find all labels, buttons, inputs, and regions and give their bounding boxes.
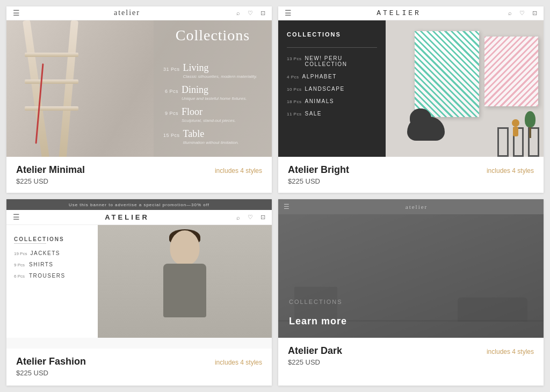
cat-figure <box>402 108 450 146</box>
cat-body <box>407 117 445 141</box>
card-atelier-minimal: ☰ atelier ⌕ ♡ ⊡ Collections 31 Pcs <box>6 6 272 193</box>
logo-bright: ATELIER <box>296 9 502 17</box>
landscape-count: 10 Pcs <box>287 87 301 92</box>
collection-trousers[interactable]: 6 Pcs TROUSERS <box>14 273 90 279</box>
preview-minimal: Collections 31 Pcs Living Classic silhou… <box>6 20 272 157</box>
ladder-rail-right <box>59 20 78 157</box>
frame-1 <box>497 127 509 157</box>
collection-animals[interactable]: 18 Pcs ANIMALS <box>287 98 377 104</box>
art-print-pink <box>484 37 538 106</box>
shirts-count: 9 Pcs <box>14 263 26 267</box>
divider-fashion <box>14 243 46 244</box>
art-display-bright <box>386 20 544 157</box>
card-atelier-dark: ☰ atelier COLLECTIONS Learn more Atelier… <box>278 199 544 386</box>
learn-more-cta[interactable]: Learn more <box>289 316 533 327</box>
collections-title-fashion: COLLECTIONS <box>14 236 64 242</box>
product-name-bright: Atelier Bright <box>288 164 349 176</box>
sale-count: 11 Pcs <box>287 112 301 117</box>
plant-figure <box>522 111 538 138</box>
peru-count: 13 Pcs <box>287 56 301 61</box>
collection-desc-floor: Sculptural, stand-out pieces. <box>182 118 236 123</box>
man-figure <box>98 225 272 338</box>
search-icon-fashion[interactable]: ⌕ <box>236 214 240 221</box>
collections-title-dark: COLLECTIONS <box>289 299 533 305</box>
footer-left-minimal: Atelier Minimal $225 USD <box>16 164 85 185</box>
price-minimal: $225 USD <box>16 177 85 185</box>
product-name-fashion: Atelier Fashion <box>16 356 86 367</box>
product-name-dark: Atelier Dark <box>288 345 342 357</box>
styles-bright: includes 4 styles <box>487 167 534 175</box>
collections-overlay-minimal: Collections 31 Pcs Living Classic silhou… <box>154 20 272 157</box>
collection-item-floor[interactable]: 9 Pcs Floor Sculptural, stand-out pieces… <box>163 106 262 123</box>
collection-name-living: Living <box>183 62 209 73</box>
collections-title-bright: COLLECTIONS <box>287 31 377 38</box>
collection-sale[interactable]: 11 Pcs SALE <box>287 111 377 117</box>
collection-count-dining: 6 Pcs <box>163 89 178 94</box>
trousers-count: 6 Pcs <box>14 274 26 279</box>
collections-title-minimal: Collections <box>163 27 262 44</box>
collections-panel-bright: COLLECTIONS 13 Pcs NEW! PERUCOLLECTION 4… <box>278 20 386 157</box>
ladder-graphic <box>17 20 114 157</box>
cart-icon-fashion[interactable]: ⊡ <box>260 214 265 221</box>
man-body <box>163 264 206 317</box>
hamburger-icon-dark[interactable]: ☰ <box>284 203 290 211</box>
collection-landscape[interactable]: 10 Pcs LANDSCAPE <box>287 86 377 92</box>
collection-peru[interactable]: 13 Pcs NEW! PERUCOLLECTION <box>287 55 377 67</box>
hamburger-icon[interactable]: ☰ <box>13 9 20 18</box>
collection-alphabet[interactable]: 4 Pcs ALPHABET <box>287 74 377 79</box>
card-atelier-bright: ☰ ATELIER ⌕ ♡ ⊡ COLLECTIONS 13 Pcs NEW! … <box>278 6 544 193</box>
collection-desc-table: Illumination without limitation. <box>183 140 239 145</box>
card-atelier-fashion: Use this banner to advertise a special p… <box>6 199 272 386</box>
preview-bright: COLLECTIONS 13 Pcs NEW! PERUCOLLECTION 4… <box>278 20 544 157</box>
promo-banner: Use this banner to advertise a special p… <box>6 199 272 210</box>
collection-count-floor: 9 Pcs <box>163 111 178 116</box>
hamburger-icon-fashion[interactable]: ☰ <box>13 213 20 222</box>
cart-icon-minimal[interactable]: ⊡ <box>260 10 265 17</box>
sale-name: SALE <box>305 111 322 117</box>
logo-minimal: atelier <box>24 9 230 17</box>
collection-count-living: 31 Pcs <box>163 67 180 72</box>
art-print-teal-content <box>415 31 479 117</box>
divider-bright <box>287 47 377 48</box>
collection-shirts[interactable]: 9 Pcs SHIRTS <box>14 262 90 267</box>
price-fashion: $225 USD <box>16 369 86 377</box>
logo-dark: atelier <box>295 204 538 210</box>
collection-desc-living: Classic silhouettes, modern materiality. <box>183 74 257 79</box>
art-print-teal <box>415 31 479 117</box>
peru-name: NEW! PERUCOLLECTION <box>305 55 347 67</box>
collection-name-table: Table <box>183 128 205 139</box>
topbar-bright: ☰ ATELIER ⌕ ♡ ⊡ <box>278 6 544 20</box>
collection-desc-dining: Unique and tasteful home fixtures. <box>182 96 247 101</box>
collection-jackets[interactable]: 19 Pcs JACKETS <box>14 250 90 256</box>
preview-body-fashion: COLLECTIONS 19 Pcs JACKETS 9 Pcs SHIRTS … <box>6 225 272 338</box>
collection-item-living[interactable]: 31 Pcs Living Classic silhouettes, moder… <box>163 62 262 79</box>
collection-item-dining[interactable]: 6 Pcs Dining Unique and tasteful home fi… <box>163 84 262 101</box>
cart-icon-bright[interactable]: ⊡ <box>532 10 537 17</box>
footer-left-dark: Atelier Dark $225 USD <box>288 345 342 366</box>
man-head <box>170 230 200 265</box>
landscape-name: LANDSCAPE <box>305 86 344 92</box>
collections-panel-fashion: COLLECTIONS 19 Pcs JACKETS 9 Pcs SHIRTS … <box>6 225 98 338</box>
search-icon-minimal[interactable]: ⌕ <box>236 10 240 16</box>
collection-item-table[interactable]: 15 Pcs Table Illumination without limita… <box>163 128 262 145</box>
animals-count: 18 Pcs <box>287 99 301 104</box>
logo-fashion: ATELIER <box>24 213 230 221</box>
banner-text: Use this banner to advertise a special p… <box>69 202 209 207</box>
price-bright: $225 USD <box>288 177 349 185</box>
search-icon-bright[interactable]: ⌕ <box>508 10 512 16</box>
heart-icon-bright[interactable]: ♡ <box>519 10 525 17</box>
heart-icon-fashion[interactable]: ♡ <box>248 214 253 221</box>
styles-dark: includes 4 styles <box>487 348 534 355</box>
heart-icon-minimal[interactable]: ♡ <box>248 10 253 17</box>
price-dark: $225 USD <box>288 358 342 366</box>
ladder-rung-1 <box>25 53 78 57</box>
preview-dark: COLLECTIONS Learn more <box>278 214 544 338</box>
footer-bright: Atelier Bright $225 USD includes 4 style… <box>278 157 544 193</box>
shirts-name: SHIRTS <box>29 262 54 267</box>
jackets-name: JACKETS <box>30 250 60 256</box>
collection-name-dining: Dining <box>182 84 208 95</box>
footer-left-bright: Atelier Bright $225 USD <box>288 164 349 185</box>
hamburger-icon-bright[interactable]: ☰ <box>285 9 292 18</box>
footer-dark: Atelier Dark $225 USD includes 4 styles <box>278 338 544 374</box>
topbar-fashion: ☰ ATELIER ⌕ ♡ ⊡ <box>6 210 272 225</box>
